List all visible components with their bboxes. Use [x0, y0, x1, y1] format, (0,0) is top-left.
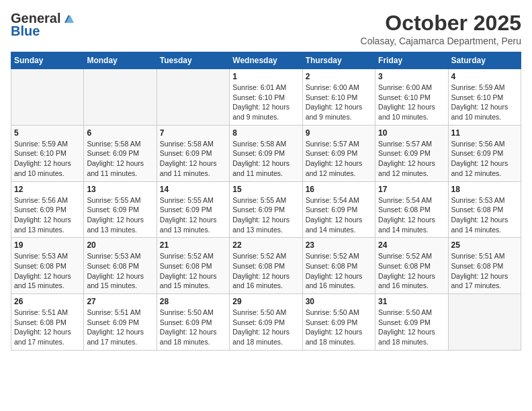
calendar-week-row: 12Sunrise: 5:56 AMSunset: 6:09 PMDayligh… [11, 181, 521, 238]
day-info: Sunrise: 5:50 AMSunset: 6:09 PMDaylight:… [306, 308, 372, 347]
calendar-cell: 4Sunrise: 5:59 AMSunset: 6:10 PMDaylight… [448, 69, 521, 126]
day-number: 6 [87, 128, 153, 138]
calendar-cell: 2Sunrise: 6:00 AMSunset: 6:10 PMDaylight… [302, 69, 375, 126]
calendar-cell: 23Sunrise: 5:52 AMSunset: 6:08 PMDayligh… [302, 238, 375, 294]
col-friday: Friday [375, 52, 448, 69]
day-number: 23 [306, 240, 372, 250]
calendar-week-row: 26Sunrise: 5:51 AMSunset: 6:08 PMDayligh… [11, 294, 521, 351]
calendar-week-row: 1Sunrise: 6:01 AMSunset: 6:10 PMDaylight… [11, 69, 521, 126]
day-number: 8 [232, 128, 299, 138]
calendar-cell: 13Sunrise: 5:55 AMSunset: 6:09 PMDayligh… [84, 181, 157, 238]
day-number: 15 [232, 185, 299, 194]
calendar-cell: 28Sunrise: 5:50 AMSunset: 6:09 PMDayligh… [157, 294, 229, 351]
day-number: 4 [451, 72, 518, 81]
title-block: October 2025 Colasay, Cajamarca Departme… [361, 11, 521, 46]
day-info: Sunrise: 5:53 AMSunset: 6:08 PMDaylight:… [87, 251, 153, 291]
day-info: Sunrise: 5:56 AMSunset: 6:09 PMDaylight:… [451, 139, 518, 179]
day-number: 16 [306, 185, 372, 194]
month-title: October 2025 [361, 11, 521, 36]
calendar-cell: 10Sunrise: 5:57 AMSunset: 6:09 PMDayligh… [375, 125, 448, 181]
day-number: 18 [451, 185, 518, 194]
day-number: 2 [306, 72, 372, 81]
calendar-cell: 30Sunrise: 5:50 AMSunset: 6:09 PMDayligh… [302, 294, 375, 351]
day-info: Sunrise: 5:50 AMSunset: 6:09 PMDaylight:… [232, 308, 299, 347]
day-info: Sunrise: 6:00 AMSunset: 6:10 PMDaylight:… [378, 83, 445, 122]
day-number: 17 [378, 185, 445, 194]
day-info: Sunrise: 5:58 AMSunset: 6:09 PMDaylight:… [232, 139, 299, 179]
calendar-week-row: 5Sunrise: 5:59 AMSunset: 6:10 PMDaylight… [11, 125, 521, 181]
day-info: Sunrise: 5:52 AMSunset: 6:08 PMDaylight:… [160, 251, 226, 291]
logo-icon [62, 12, 75, 26]
day-info: Sunrise: 5:55 AMSunset: 6:09 PMDaylight:… [232, 195, 299, 235]
calendar-cell: 21Sunrise: 5:52 AMSunset: 6:08 PMDayligh… [157, 238, 229, 294]
day-number: 22 [232, 240, 299, 250]
day-number: 31 [378, 297, 445, 306]
day-info: Sunrise: 5:53 AMSunset: 6:08 PMDaylight:… [451, 195, 518, 235]
logo: General Blue [11, 11, 75, 39]
day-number: 1 [232, 72, 299, 81]
day-number: 29 [232, 297, 299, 306]
day-info: Sunrise: 5:54 AMSunset: 6:08 PMDaylight:… [378, 195, 445, 235]
calendar-cell: 26Sunrise: 5:51 AMSunset: 6:08 PMDayligh… [11, 294, 84, 351]
calendar-cell [84, 69, 157, 126]
day-info: Sunrise: 6:01 AMSunset: 6:10 PMDaylight:… [232, 83, 299, 122]
calendar-cell: 5Sunrise: 5:59 AMSunset: 6:10 PMDaylight… [11, 125, 84, 181]
calendar-cell: 12Sunrise: 5:56 AMSunset: 6:09 PMDayligh… [11, 181, 84, 238]
calendar-cell: 31Sunrise: 5:50 AMSunset: 6:09 PMDayligh… [375, 294, 448, 351]
calendar-cell: 16Sunrise: 5:54 AMSunset: 6:09 PMDayligh… [302, 181, 375, 238]
day-number: 10 [378, 128, 445, 138]
day-info: Sunrise: 5:54 AMSunset: 6:09 PMDaylight:… [306, 195, 372, 235]
page-header: General Blue October 2025 Colasay, Cajam… [11, 11, 521, 46]
day-number: 7 [160, 128, 226, 138]
calendar-cell: 15Sunrise: 5:55 AMSunset: 6:09 PMDayligh… [230, 181, 302, 238]
day-number: 21 [160, 240, 226, 250]
calendar-cell: 6Sunrise: 5:58 AMSunset: 6:09 PMDaylight… [84, 125, 157, 181]
day-info: Sunrise: 5:58 AMSunset: 6:09 PMDaylight:… [87, 139, 153, 179]
day-info: Sunrise: 5:52 AMSunset: 6:08 PMDaylight:… [306, 251, 372, 291]
day-info: Sunrise: 5:57 AMSunset: 6:09 PMDaylight:… [306, 139, 372, 179]
calendar-cell: 24Sunrise: 5:52 AMSunset: 6:08 PMDayligh… [375, 238, 448, 294]
day-number: 19 [14, 240, 81, 250]
calendar-cell [11, 69, 84, 126]
col-monday: Monday [84, 52, 157, 69]
calendar-cell: 14Sunrise: 5:55 AMSunset: 6:09 PMDayligh… [157, 181, 229, 238]
col-tuesday: Tuesday [157, 52, 229, 69]
day-number: 26 [14, 297, 81, 306]
day-info: Sunrise: 5:56 AMSunset: 6:09 PMDaylight:… [14, 195, 81, 235]
day-info: Sunrise: 5:51 AMSunset: 6:08 PMDaylight:… [14, 308, 81, 347]
col-sunday: Sunday [11, 52, 84, 69]
calendar-cell: 25Sunrise: 5:51 AMSunset: 6:08 PMDayligh… [448, 238, 521, 294]
calendar-cell: 9Sunrise: 5:57 AMSunset: 6:09 PMDaylight… [302, 125, 375, 181]
calendar-week-row: 19Sunrise: 5:53 AMSunset: 6:08 PMDayligh… [11, 238, 521, 294]
calendar-cell: 3Sunrise: 6:00 AMSunset: 6:10 PMDaylight… [375, 69, 448, 126]
day-info: Sunrise: 5:52 AMSunset: 6:08 PMDaylight:… [378, 251, 445, 291]
calendar-cell: 27Sunrise: 5:51 AMSunset: 6:09 PMDayligh… [84, 294, 157, 351]
day-info: Sunrise: 6:00 AMSunset: 6:10 PMDaylight:… [306, 83, 372, 122]
col-wednesday: Wednesday [230, 52, 302, 69]
day-number: 14 [160, 185, 226, 194]
day-info: Sunrise: 5:59 AMSunset: 6:10 PMDaylight:… [451, 83, 518, 122]
day-number: 9 [306, 128, 372, 138]
col-thursday: Thursday [302, 52, 375, 69]
calendar-cell [157, 69, 229, 126]
calendar-cell: 17Sunrise: 5:54 AMSunset: 6:08 PMDayligh… [375, 181, 448, 238]
col-saturday: Saturday [448, 52, 521, 69]
calendar-cell: 29Sunrise: 5:50 AMSunset: 6:09 PMDayligh… [230, 294, 302, 351]
day-number: 27 [87, 297, 153, 306]
day-number: 28 [160, 297, 226, 306]
day-number: 3 [378, 72, 445, 81]
day-number: 24 [378, 240, 445, 250]
day-info: Sunrise: 5:51 AMSunset: 6:09 PMDaylight:… [87, 308, 153, 347]
day-number: 13 [87, 185, 153, 194]
calendar-header-row: Sunday Monday Tuesday Wednesday Thursday… [11, 52, 521, 69]
calendar-cell: 8Sunrise: 5:58 AMSunset: 6:09 PMDaylight… [230, 125, 302, 181]
calendar-cell: 20Sunrise: 5:53 AMSunset: 6:08 PMDayligh… [84, 238, 157, 294]
day-number: 30 [306, 297, 372, 306]
day-info: Sunrise: 5:59 AMSunset: 6:10 PMDaylight:… [14, 139, 81, 179]
day-info: Sunrise: 5:55 AMSunset: 6:09 PMDaylight:… [160, 195, 226, 235]
day-info: Sunrise: 5:50 AMSunset: 6:09 PMDaylight:… [378, 308, 445, 347]
location: Colasay, Cajamarca Department, Peru [361, 36, 521, 46]
day-info: Sunrise: 5:58 AMSunset: 6:09 PMDaylight:… [160, 139, 226, 179]
day-info: Sunrise: 5:52 AMSunset: 6:08 PMDaylight:… [232, 251, 299, 291]
day-info: Sunrise: 5:53 AMSunset: 6:08 PMDaylight:… [14, 251, 81, 291]
